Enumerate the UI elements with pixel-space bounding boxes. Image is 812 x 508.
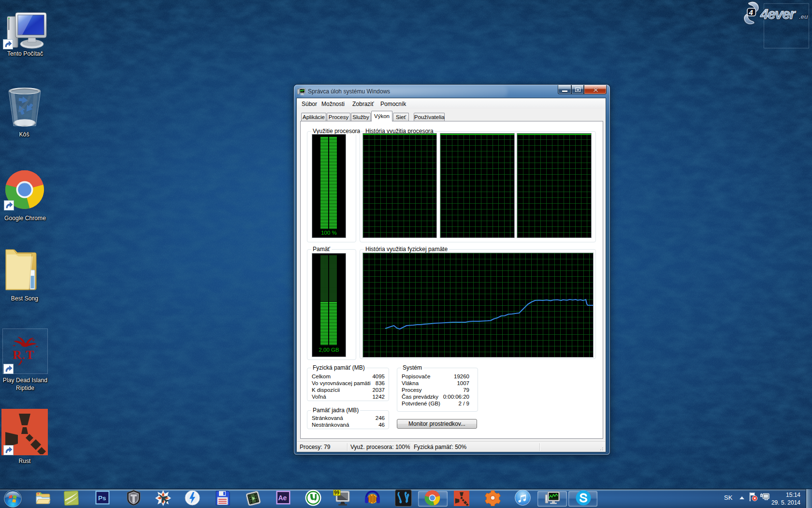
svg-text:R: R <box>13 348 22 362</box>
svg-text:4ever: 4ever <box>760 6 797 22</box>
svg-text:Ps: Ps <box>98 494 106 502</box>
svg-text:4: 4 <box>749 8 754 16</box>
svg-text:.: . <box>22 350 25 361</box>
svg-text:.eu: .eu <box>799 13 808 20</box>
svg-text:99: 99 <box>334 490 340 495</box>
svg-text:T: T <box>26 348 34 362</box>
svg-text:Ae: Ae <box>278 494 287 502</box>
